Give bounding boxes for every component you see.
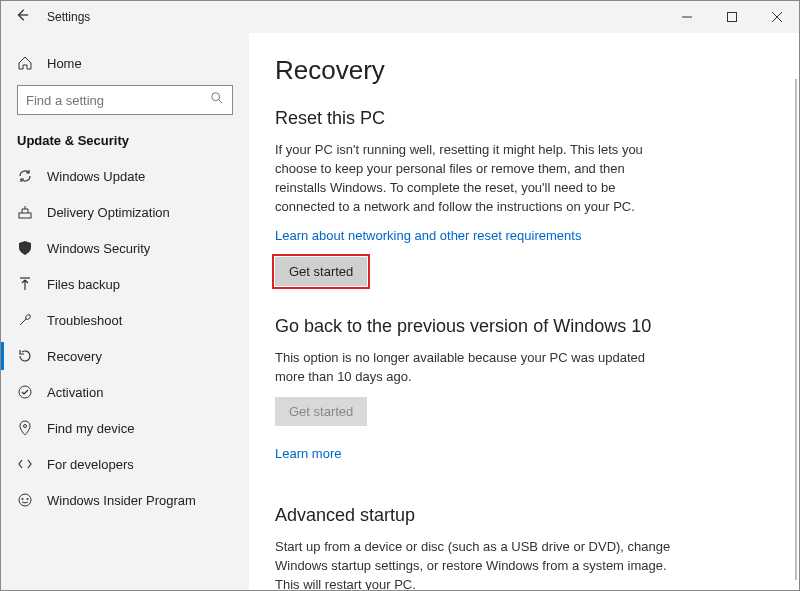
wrench-icon bbox=[17, 312, 33, 328]
sidebar-item-label: Files backup bbox=[47, 277, 120, 292]
page-title: Recovery bbox=[275, 55, 759, 86]
svg-point-8 bbox=[19, 386, 31, 398]
scrollbar[interactable] bbox=[795, 79, 797, 580]
section-body: Start up from a device or disc (such as … bbox=[275, 538, 675, 590]
reset-get-started-button[interactable]: Get started bbox=[275, 257, 367, 286]
section-advanced-startup: Advanced startup Start up from a device … bbox=[275, 505, 759, 590]
svg-rect-1 bbox=[727, 12, 736, 21]
sidebar-item-label: Find my device bbox=[47, 421, 134, 436]
sidebar-item-label: Troubleshoot bbox=[47, 313, 122, 328]
sidebar-item-recovery[interactable]: Recovery bbox=[1, 338, 249, 374]
sidebar-item-delivery-optimization[interactable]: Delivery Optimization bbox=[1, 194, 249, 230]
svg-rect-6 bbox=[19, 213, 31, 218]
section-title: Go back to the previous version of Windo… bbox=[275, 316, 759, 337]
svg-point-10 bbox=[19, 494, 31, 506]
arrow-left-icon bbox=[15, 8, 29, 22]
sidebar-item-activation[interactable]: Activation bbox=[1, 374, 249, 410]
delivery-icon bbox=[17, 204, 33, 220]
insider-icon bbox=[17, 492, 33, 508]
svg-point-4 bbox=[212, 93, 220, 101]
sidebar: Home Update & Security Windows Update De… bbox=[1, 33, 249, 590]
section-reset-pc: Reset this PC If your PC isn't running w… bbox=[275, 108, 759, 286]
close-icon bbox=[772, 12, 782, 22]
section-body: If your PC isn't running well, resetting… bbox=[275, 141, 675, 216]
goback-get-started-button: Get started bbox=[275, 397, 367, 426]
sidebar-item-label: For developers bbox=[47, 457, 134, 472]
location-icon bbox=[17, 420, 33, 436]
sidebar-item-label: Delivery Optimization bbox=[47, 205, 170, 220]
shield-icon bbox=[17, 240, 33, 256]
sidebar-item-label: Recovery bbox=[47, 349, 102, 364]
settings-window: Settings Home bbox=[0, 0, 800, 591]
search-input[interactable] bbox=[26, 93, 204, 108]
section-go-back: Go back to the previous version of Windo… bbox=[275, 316, 759, 475]
check-circle-icon bbox=[17, 384, 33, 400]
svg-point-12 bbox=[27, 498, 29, 500]
svg-point-9 bbox=[24, 425, 27, 428]
search-icon bbox=[210, 91, 224, 109]
recovery-icon bbox=[17, 348, 33, 364]
sidebar-home[interactable]: Home bbox=[1, 45, 249, 81]
sidebar-home-label: Home bbox=[47, 56, 82, 71]
section-title: Advanced startup bbox=[275, 505, 759, 526]
close-button[interactable] bbox=[754, 1, 799, 33]
reset-requirements-link[interactable]: Learn about networking and other reset r… bbox=[275, 228, 581, 243]
minimize-button[interactable] bbox=[664, 1, 709, 33]
maximize-icon bbox=[727, 12, 737, 22]
code-icon bbox=[17, 456, 33, 472]
sidebar-item-label: Windows Insider Program bbox=[47, 493, 196, 508]
section-body: This option is no longer available becau… bbox=[275, 349, 675, 387]
window-title: Settings bbox=[47, 10, 90, 24]
section-title: Reset this PC bbox=[275, 108, 759, 129]
sidebar-item-windows-insider[interactable]: Windows Insider Program bbox=[1, 482, 249, 518]
sidebar-item-label: Windows Security bbox=[47, 241, 150, 256]
sidebar-item-label: Activation bbox=[47, 385, 103, 400]
maximize-button[interactable] bbox=[709, 1, 754, 33]
sidebar-section-header: Update & Security bbox=[1, 125, 249, 158]
backup-icon bbox=[17, 276, 33, 292]
sidebar-item-windows-update[interactable]: Windows Update bbox=[1, 158, 249, 194]
sidebar-item-windows-security[interactable]: Windows Security bbox=[1, 230, 249, 266]
sidebar-item-label: Windows Update bbox=[47, 169, 145, 184]
titlebar: Settings bbox=[1, 1, 799, 33]
sidebar-item-files-backup[interactable]: Files backup bbox=[1, 266, 249, 302]
sync-icon bbox=[17, 168, 33, 184]
svg-point-11 bbox=[22, 498, 24, 500]
svg-line-5 bbox=[219, 100, 223, 104]
goback-learn-more-link[interactable]: Learn more bbox=[275, 446, 341, 461]
content-pane: Recovery Reset this PC If your PC isn't … bbox=[249, 33, 799, 590]
search-box[interactable] bbox=[17, 85, 233, 115]
home-icon bbox=[17, 55, 33, 71]
back-button[interactable] bbox=[15, 8, 29, 26]
sidebar-item-for-developers[interactable]: For developers bbox=[1, 446, 249, 482]
minimize-icon bbox=[682, 12, 692, 22]
sidebar-item-troubleshoot[interactable]: Troubleshoot bbox=[1, 302, 249, 338]
sidebar-item-find-my-device[interactable]: Find my device bbox=[1, 410, 249, 446]
